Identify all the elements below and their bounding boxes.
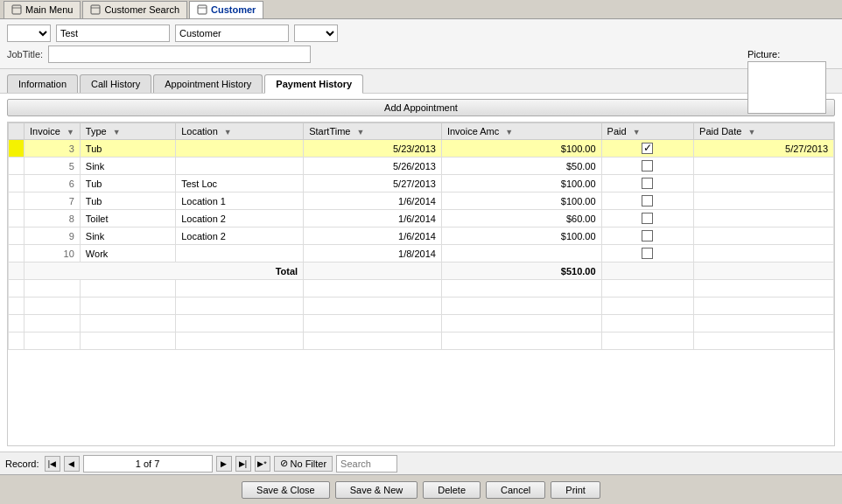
firstname-input[interactable] (56, 24, 170, 42)
th-paid[interactable]: Paid ▼ (601, 123, 694, 140)
cell-type: Tub (80, 192, 175, 210)
unchecked-icon[interactable] (642, 230, 653, 242)
cell-paid[interactable] (601, 210, 694, 228)
nav-prev-button[interactable]: ◀ (64, 456, 80, 472)
empty-row (9, 298, 834, 315)
cell-invoice-amount (441, 245, 601, 262)
cell-paid[interactable] (601, 192, 694, 210)
cell-location: Location 2 (176, 228, 304, 245)
inner-tab-call-history[interactable]: Call History (80, 74, 151, 93)
total-empty-paid (601, 262, 694, 280)
cell-invoice: 7 (25, 192, 81, 210)
tab-customer-search-label: Customer Search (104, 4, 179, 15)
header-top: JobTitle: Picture: (7, 24, 835, 63)
picture-label: Picture: (747, 49, 826, 60)
tab-main-menu[interactable]: Main Menu (4, 1, 81, 18)
type-sort-icon: ▼ (113, 128, 121, 136)
row-selector (9, 192, 25, 210)
cell-invoice-amount: $100.00 (441, 140, 601, 158)
cell-paid-date (694, 158, 834, 175)
unchecked-icon[interactable] (642, 178, 653, 189)
no-filter-button[interactable]: ⊘ No Filter (274, 456, 333, 472)
unchecked-icon[interactable] (642, 248, 653, 259)
cell-starttime: 5/27/2013 (304, 175, 442, 192)
unchecked-icon[interactable] (642, 213, 653, 224)
cell-paid[interactable] (601, 140, 694, 158)
starttime-sort-icon: ▼ (356, 128, 364, 136)
th-paid-date-label: Paid Date (699, 126, 741, 136)
record-label: Record: (5, 458, 39, 469)
cell-type: Tub (80, 175, 175, 192)
checked-icon[interactable] (642, 143, 653, 154)
suffix-select[interactable] (294, 24, 338, 42)
cell-starttime: 5/23/2013 (304, 140, 442, 158)
cell-paid[interactable] (601, 245, 694, 262)
nav-last-button[interactable]: ▶| (235, 456, 251, 472)
cell-invoice-amount: $50.00 (441, 158, 601, 175)
filter-icon: ⊘ (280, 458, 288, 469)
no-filter-label: No Filter (291, 458, 327, 469)
header-area: JobTitle: Picture: (0, 19, 842, 69)
unchecked-icon[interactable] (642, 160, 653, 172)
th-type[interactable]: Type ▼ (80, 123, 175, 140)
inner-tab-appointment-history[interactable]: Appointment History (153, 74, 263, 93)
th-invoice[interactable]: Invoice ▼ (25, 123, 81, 140)
save-close-button[interactable]: Save & Close (242, 481, 330, 499)
prefix-select[interactable] (7, 24, 51, 42)
cell-paid[interactable] (601, 158, 694, 175)
inner-tab-appointment-history-label: Appointment History (165, 79, 251, 89)
row-selector (9, 228, 25, 245)
cell-paid[interactable] (601, 228, 694, 245)
paid-date-sort-icon: ▼ (747, 128, 755, 136)
invoice-amt-sort-icon: ▼ (505, 128, 513, 136)
inner-tab-bar: Information Call History Appointment His… (0, 69, 842, 94)
table-row[interactable]: 6TubTest Loc5/27/2013$100.00 (9, 175, 834, 192)
th-paid-date[interactable]: Paid Date ▼ (694, 123, 834, 140)
search-input[interactable] (336, 455, 397, 472)
th-invoice-amt[interactable]: Invoice Amc ▼ (441, 123, 601, 140)
cell-type: Tub (80, 140, 175, 158)
cell-location: Location 2 (176, 210, 304, 228)
record-current-input[interactable] (83, 455, 213, 472)
tab-customer-label: Customer (211, 4, 256, 15)
invoice-sort-icon: ▼ (67, 128, 74, 136)
unchecked-icon[interactable] (642, 195, 653, 206)
tab-customer[interactable]: Customer (189, 1, 263, 18)
th-location-label: Location (181, 126, 218, 136)
save-new-button[interactable]: Save & New (335, 481, 418, 499)
add-appointment-button[interactable]: Add Appointment (7, 99, 835, 116)
cell-invoice: 8 (25, 210, 81, 228)
lastname-input[interactable] (175, 24, 289, 42)
print-button[interactable]: Print (551, 481, 600, 499)
cell-paid-date (694, 175, 834, 192)
tab-customer-search[interactable]: Customer Search (82, 1, 187, 18)
cell-starttime: 1/6/2014 (304, 210, 442, 228)
tab-bar: Main Menu Customer Search Customer (0, 0, 842, 19)
row-selector (9, 140, 25, 158)
inner-tab-payment-history[interactable]: Payment History (264, 74, 363, 94)
header-row1 (7, 24, 835, 42)
table-row[interactable]: 8ToiletLocation 21/6/2014$60.00 (9, 210, 834, 228)
main-content: JobTitle: Picture: Information Call Hist… (0, 19, 842, 474)
th-location[interactable]: Location ▼ (176, 123, 304, 140)
cancel-button[interactable]: Cancel (486, 481, 545, 499)
cell-location: Location 1 (176, 192, 304, 210)
table-row[interactable]: 7TubLocation 11/6/2014$100.00 (9, 192, 834, 210)
inner-tab-information[interactable]: Information (7, 74, 78, 93)
th-starttime[interactable]: StartTime ▼ (304, 123, 442, 140)
total-empty-loc (304, 262, 442, 280)
row-selector (9, 210, 25, 228)
cell-paid-date (694, 210, 834, 228)
table-row[interactable]: 9SinkLocation 21/6/2014$100.00 (9, 228, 834, 245)
nav-next-button[interactable]: ▶ (216, 456, 232, 472)
cell-paid[interactable] (601, 175, 694, 192)
delete-button[interactable]: Delete (423, 481, 481, 499)
table-row[interactable]: 5Sink5/26/2013$50.00 (9, 158, 834, 175)
cell-type: Toilet (80, 210, 175, 228)
jobtitle-input[interactable] (48, 46, 311, 63)
table-row[interactable]: 3Tub5/23/2013$100.005/27/2013 (9, 140, 834, 158)
nav-first-button[interactable]: |◀ (45, 456, 60, 472)
nav-new-button[interactable]: ▶* (255, 456, 270, 472)
table-row[interactable]: 10Work1/8/2014 (9, 245, 834, 262)
cell-type: Sink (80, 228, 175, 245)
